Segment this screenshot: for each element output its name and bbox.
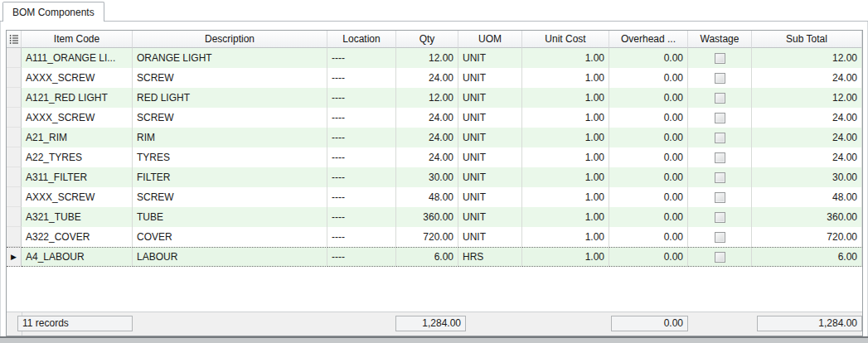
cell-overhead[interactable]: 0.00 <box>609 187 688 207</box>
cell-overhead[interactable]: 0.00 <box>609 147 688 167</box>
cell-location[interactable]: ---- <box>327 187 396 207</box>
table-row[interactable]: A22_TYRESTYRES----24.00UNIT1.000.0024.00 <box>7 147 862 167</box>
cell-sub_total[interactable]: 24.00 <box>752 147 862 167</box>
wastage-checkbox[interactable] <box>715 232 725 243</box>
cell-item_code[interactable]: A311_FILTER <box>22 167 133 187</box>
cell-sub_total[interactable]: 12.00 <box>752 48 862 68</box>
row-header[interactable] <box>7 187 22 207</box>
cell-wastage[interactable] <box>688 88 752 108</box>
cell-sub_total[interactable]: 24.00 <box>752 68 862 88</box>
cell-overhead[interactable]: 0.00 <box>609 88 688 108</box>
cell-wastage[interactable] <box>688 247 752 267</box>
cell-item_code[interactable]: A4_LABOUR <box>22 247 133 267</box>
cell-sub_total[interactable]: 720.00 <box>752 227 862 247</box>
cell-qty[interactable]: 24.00 <box>396 128 458 147</box>
cell-sub_total[interactable]: 48.00 <box>752 187 862 207</box>
wastage-checkbox[interactable] <box>715 53 725 64</box>
cell-unit_cost[interactable]: 1.00 <box>522 88 609 108</box>
cell-uom[interactable]: UNIT <box>458 147 522 167</box>
cell-uom[interactable]: UNIT <box>458 227 522 247</box>
cell-overhead[interactable]: 0.00 <box>609 68 688 88</box>
row-header[interactable] <box>7 48 22 68</box>
cell-uom[interactable]: UNIT <box>458 108 522 128</box>
column-header-unit_cost[interactable]: Unit Cost <box>522 31 609 48</box>
table-row[interactable]: AXXX_SCREWSCREW----24.00UNIT1.000.0024.0… <box>7 68 862 88</box>
cell-item_code[interactable]: A111_ORANGE LI... <box>22 48 133 68</box>
column-header-qty[interactable]: Qty <box>396 31 458 48</box>
cell-uom[interactable]: UNIT <box>458 128 522 147</box>
cell-item_code[interactable]: A121_RED LIGHT <box>22 88 133 108</box>
row-header[interactable] <box>7 68 22 88</box>
cell-unit_cost[interactable]: 1.00 <box>522 227 609 247</box>
cell-wastage[interactable] <box>688 147 752 167</box>
cell-qty[interactable]: 48.00 <box>396 187 458 207</box>
cell-unit_cost[interactable]: 1.00 <box>522 207 609 227</box>
cell-wastage[interactable] <box>688 68 752 88</box>
cell-uom[interactable]: UNIT <box>458 68 522 88</box>
row-header[interactable] <box>7 207 22 227</box>
cell-description[interactable]: COVER <box>133 227 327 247</box>
table-row[interactable]: ▶A4_LABOURLABOUR----6.00HRS1.000.006.00 <box>7 247 862 267</box>
cell-unit_cost[interactable]: 1.00 <box>522 167 609 187</box>
column-header-sub_total[interactable]: Sub Total <box>752 31 862 48</box>
row-header[interactable] <box>7 167 22 187</box>
cell-sub_total[interactable]: 360.00 <box>752 207 862 227</box>
wastage-checkbox[interactable] <box>715 73 725 84</box>
cell-description[interactable]: TUBE <box>133 207 327 227</box>
tab-bom-components[interactable]: BOM Components <box>2 2 104 22</box>
column-header-overhead[interactable]: Overhead ... <box>609 31 688 48</box>
cell-uom[interactable]: UNIT <box>458 187 522 207</box>
cell-qty[interactable]: 12.00 <box>396 48 458 68</box>
cell-overhead[interactable]: 0.00 <box>609 167 688 187</box>
cell-item_code[interactable]: AXXX_SCREW <box>22 187 133 207</box>
cell-overhead[interactable]: 0.00 <box>609 108 688 128</box>
cell-unit_cost[interactable]: 1.00 <box>522 147 609 167</box>
row-header[interactable] <box>7 128 22 147</box>
cell-qty[interactable]: 6.00 <box>396 247 458 267</box>
row-header[interactable] <box>7 227 22 247</box>
table-row[interactable]: A311_FILTERFILTER----30.00UNIT1.000.0030… <box>7 167 862 187</box>
cell-location[interactable]: ---- <box>327 48 396 68</box>
cell-sub_total[interactable]: 24.00 <box>752 108 862 128</box>
cell-item_code[interactable]: A322_COVER <box>22 227 133 247</box>
cell-overhead[interactable]: 0.00 <box>609 247 688 267</box>
cell-description[interactable]: RIM <box>133 128 327 147</box>
cell-location[interactable]: ---- <box>327 207 396 227</box>
row-header-current[interactable]: ▶ <box>7 247 22 267</box>
cell-wastage[interactable] <box>688 128 752 147</box>
table-row[interactable]: AXXX_SCREWSCREW----48.00UNIT1.000.0048.0… <box>7 187 862 207</box>
row-header[interactable] <box>7 147 22 167</box>
cell-qty[interactable]: 24.00 <box>396 147 458 167</box>
cell-location[interactable]: ---- <box>327 108 396 128</box>
wastage-checkbox[interactable] <box>715 152 725 163</box>
cell-overhead[interactable]: 0.00 <box>609 207 688 227</box>
row-header[interactable] <box>7 108 22 128</box>
table-row[interactable]: A111_ORANGE LI...ORANGE LIGHT----12.00UN… <box>7 48 862 68</box>
cell-location[interactable]: ---- <box>327 167 396 187</box>
cell-sub_total[interactable]: 6.00 <box>752 247 862 267</box>
cell-unit_cost[interactable]: 1.00 <box>522 48 609 68</box>
cell-location[interactable]: ---- <box>327 147 396 167</box>
cell-qty[interactable]: 720.00 <box>396 227 458 247</box>
column-header-location[interactable]: Location <box>327 31 396 48</box>
cell-item_code[interactable]: AXXX_SCREW <box>22 108 133 128</box>
cell-overhead[interactable]: 0.00 <box>609 128 688 147</box>
cell-item_code[interactable]: A21_RIM <box>22 128 133 147</box>
row-header[interactable] <box>7 88 22 108</box>
wastage-checkbox[interactable] <box>715 252 725 263</box>
cell-uom[interactable]: UNIT <box>458 88 522 108</box>
cell-wastage[interactable] <box>688 187 752 207</box>
cell-description[interactable]: SCREW <box>133 108 327 128</box>
cell-location[interactable]: ---- <box>327 227 396 247</box>
cell-description[interactable]: LABOUR <box>133 247 327 267</box>
cell-uom[interactable]: UNIT <box>458 48 522 68</box>
cell-unit_cost[interactable]: 1.00 <box>522 128 609 147</box>
cell-description[interactable]: ORANGE LIGHT <box>133 48 327 68</box>
cell-qty[interactable]: 24.00 <box>396 108 458 128</box>
wastage-checkbox[interactable] <box>715 172 725 183</box>
cell-description[interactable]: SCREW <box>133 68 327 88</box>
cell-qty[interactable]: 12.00 <box>396 88 458 108</box>
cell-overhead[interactable]: 0.00 <box>609 48 688 68</box>
column-header-description[interactable]: Description <box>133 31 327 48</box>
cell-location[interactable]: ---- <box>327 68 396 88</box>
